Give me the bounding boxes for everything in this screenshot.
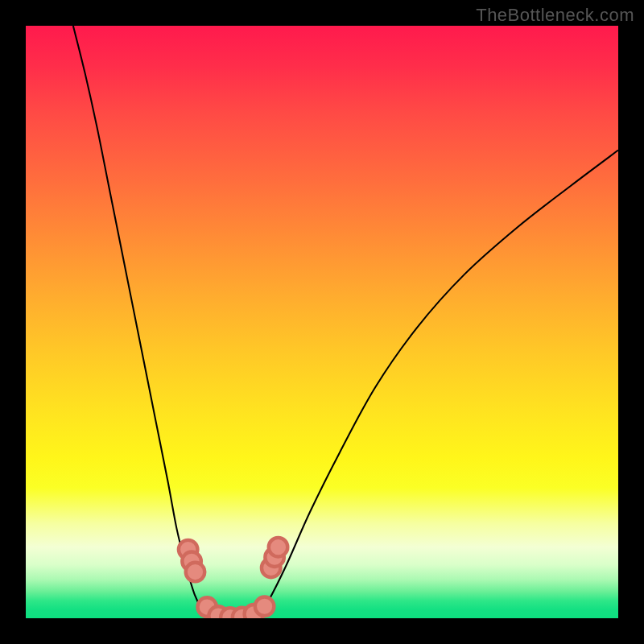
chart-svg xyxy=(26,26,618,618)
watermark-text: TheBottleneck.com xyxy=(476,5,634,26)
outer-frame: TheBottleneck.com xyxy=(0,0,644,644)
curve-right-ascent xyxy=(257,151,618,618)
chart-plot-area xyxy=(26,26,618,618)
data-marker xyxy=(269,538,288,557)
marker-group xyxy=(179,538,287,618)
data-marker xyxy=(255,597,275,617)
data-marker xyxy=(186,563,205,582)
curve-left-descent xyxy=(73,26,209,618)
